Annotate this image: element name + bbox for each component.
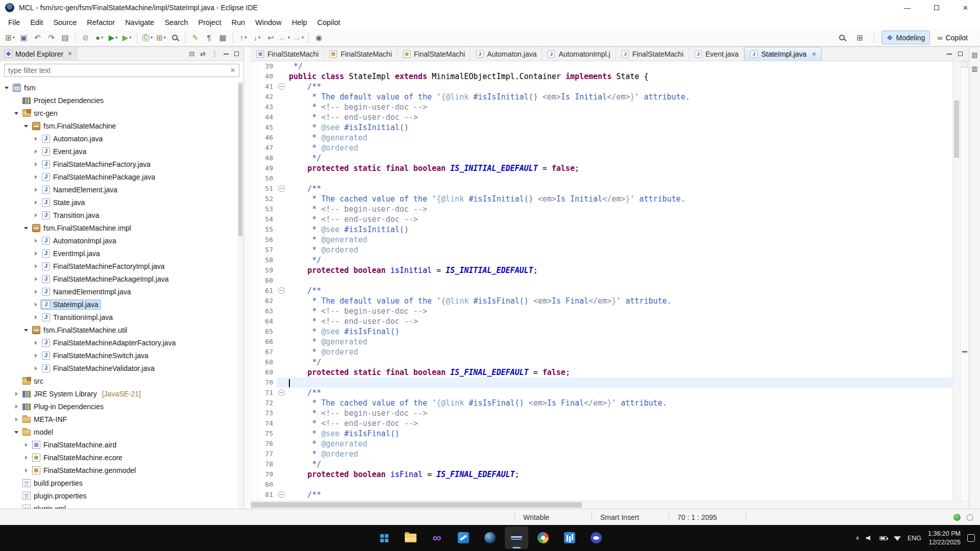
horizontal-scrollbar-thumb[interactable]	[251, 502, 582, 508]
search-button[interactable]	[835, 31, 849, 44]
minimize-editor-icon[interactable]	[947, 54, 952, 55]
tree-item-automatonimpl-java[interactable]: AutomatonImpl.java	[0, 234, 243, 247]
code-line[interactable]: 44 * <!-- end-user-doc -->	[258, 112, 952, 122]
code-line[interactable]: 81− /**	[258, 490, 952, 500]
taskbar-app-globe[interactable]	[478, 527, 502, 549]
collapse-arrow-icon[interactable]	[3, 84, 11, 92]
tree-item-fsm[interactable]: fsm	[0, 81, 243, 94]
maximize-view-icon[interactable]	[234, 52, 239, 56]
editor-tab-event-java-6[interactable]: Event.java	[689, 47, 744, 61]
collapse-arrow-icon[interactable]	[22, 224, 31, 232]
close-button[interactable]: ✕	[951, 0, 980, 15]
tree-item-state-java[interactable]: State.java	[0, 196, 243, 209]
tree-item-automaton-java[interactable]: Automaton.java	[0, 132, 243, 145]
back-button[interactable]: ←▾	[278, 31, 291, 44]
open-search-button[interactable]	[168, 31, 182, 44]
code-line[interactable]: 47 * @ordered	[258, 143, 952, 153]
pin-editor-button[interactable]: ◉	[312, 31, 326, 44]
previous-annotation-button[interactable]: ↑▾	[236, 31, 250, 44]
volume-icon[interactable]	[866, 535, 873, 541]
menu-source[interactable]: Source	[48, 17, 82, 28]
fold-collapse-icon[interactable]: −	[278, 389, 285, 396]
show-whitespace-button[interactable]: ¶	[202, 31, 216, 44]
expand-arrow-icon[interactable]	[32, 211, 40, 219]
code-line[interactable]: 60	[258, 276, 952, 286]
taskbar-app-visual-studio[interactable]: ∞	[425, 527, 449, 549]
perspective-copilot[interactable]: ∞Copilot	[932, 31, 973, 44]
language-indicator[interactable]: ENG	[908, 535, 921, 542]
menu-window[interactable]: Window	[250, 17, 287, 28]
tree-item-finalstatemachineswitch-java[interactable]: FinalStateMachineSwitch.java	[0, 349, 243, 362]
code-line[interactable]: 49 protected static final boolean IS_INI…	[258, 163, 952, 173]
menu-file[interactable]: File	[3, 17, 25, 28]
new-button[interactable]: ⊞▾	[3, 31, 17, 44]
expand-arrow-icon[interactable]	[32, 186, 40, 194]
menu-navigate[interactable]: Navigate	[120, 17, 159, 28]
tree-item-src[interactable]: src	[0, 374, 243, 387]
tree-item-stateimpl-java[interactable]: StateImpl.java	[0, 298, 243, 311]
mark-occurrences-button[interactable]: ✎	[188, 31, 202, 44]
code-line[interactable]: 70	[258, 378, 952, 388]
expand-arrow-icon[interactable]	[32, 352, 40, 360]
expand-arrow-icon[interactable]	[22, 466, 31, 474]
expand-arrow-icon[interactable]	[32, 288, 40, 296]
expand-arrow-icon[interactable]	[32, 275, 40, 283]
close-icon[interactable]: ✕	[67, 51, 72, 57]
tree-item-project-dependencies[interactable]: Project Dependencies	[0, 94, 243, 107]
expand-arrow-icon[interactable]	[32, 160, 40, 168]
editor-tab-finalstatemachi-1[interactable]: FinalStateMachi	[324, 47, 397, 61]
maximize-editor-icon[interactable]	[958, 52, 963, 56]
editor-tab-finalstatemachi-2[interactable]: FinalStateMachi	[398, 47, 471, 61]
tree-item-namedelement-java[interactable]: NamedElement.java	[0, 183, 243, 196]
clear-filter-icon[interactable]: ✕	[230, 67, 235, 74]
code-line[interactable]: 74 * <!-- end-user-doc -->	[258, 418, 952, 429]
tree-item-finalstatemachine-genmodel[interactable]: FinalStateMachine.genmodel	[0, 464, 243, 477]
tree-item-finalstatemachine-ecore[interactable]: FinalStateMachine.ecore	[0, 451, 243, 464]
code-line[interactable]: 63 * <!-- begin-user-doc -->	[258, 306, 952, 316]
code-line[interactable]: 51− /**	[258, 184, 952, 194]
code-line[interactable]: 76 * @generated	[258, 439, 952, 449]
tree-item-finalstatemachinepackageimpl-java[interactable]: FinalStateMachinePackageImpl.java	[0, 272, 243, 285]
wifi-icon[interactable]	[894, 535, 901, 541]
tree-item-fsm-finalstatemachine-util[interactable]: fsm.FinalStateMachine.util	[0, 323, 243, 336]
tree-item-namedelementimpl-java[interactable]: NamedElementImpl.java	[0, 285, 243, 298]
code-line[interactable]: 66 * @generated	[258, 337, 952, 347]
link-with-editor-icon[interactable]: ⇄	[200, 50, 206, 58]
fold-collapse-icon[interactable]: −	[278, 83, 285, 90]
fold-collapse-icon[interactable]: −	[278, 287, 285, 294]
tree-item-build-properties[interactable]: build.properties	[0, 477, 243, 489]
undo-button[interactable]: ↶	[31, 31, 44, 44]
close-icon[interactable]: ✕	[812, 51, 816, 58]
code-area[interactable]: 39 */40public class StateImpl extends Mi…	[258, 61, 952, 500]
editor-tab-automaton-java-3[interactable]: Automaton.java	[471, 47, 542, 61]
tree-scrollbar[interactable]	[237, 80, 243, 509]
editor-tab-finalstatemachi-5[interactable]: FinalStateMachi	[616, 47, 689, 61]
expand-arrow-icon[interactable]	[32, 147, 40, 156]
expand-arrow-icon[interactable]	[22, 454, 31, 462]
tree-item-plugin-xml[interactable]: plugin.xml	[0, 502, 243, 509]
outline-view-icon[interactable]: ▥	[971, 65, 977, 72]
menu-copilot[interactable]: Copilot	[312, 17, 345, 28]
taskbar-app-start[interactable]	[372, 527, 396, 549]
taskbar-app-eclipse[interactable]	[505, 527, 528, 549]
annotation-ruler[interactable]	[250, 61, 258, 500]
overview-ruler[interactable]	[960, 61, 969, 500]
tree-item-finalstatemachinevalidator-java[interactable]: FinalStateMachineValidator.java	[0, 362, 243, 374]
open-console-button[interactable]: ▤	[58, 31, 72, 44]
code-line[interactable]: 56 * @generated	[258, 235, 952, 245]
restore-view-icon[interactable]: ▤	[971, 51, 977, 59]
taskbar-app-vscode[interactable]	[452, 527, 475, 549]
editor-tab-automatonimpl-j-4[interactable]: AutomatonImpl.j	[542, 47, 616, 61]
code-line[interactable]: 43 * <!-- begin-user-doc -->	[258, 102, 952, 112]
forward-button[interactable]: →▾	[291, 31, 305, 44]
tree-item-model[interactable]: model	[0, 425, 243, 438]
expand-arrow-icon[interactable]	[32, 339, 40, 347]
code-line[interactable]: 59 protected boolean isInitial = IS_INIT…	[258, 265, 952, 276]
taskbar-app-file-explorer[interactable]	[399, 527, 422, 549]
code-line[interactable]: 80	[258, 480, 952, 490]
expand-arrow-icon[interactable]	[13, 415, 21, 423]
tab-model-explorer[interactable]: Model Explorer ✕	[0, 47, 77, 61]
code-line[interactable]: 79 protected boolean isFinal = IS_FINAL_…	[258, 469, 952, 480]
battery-icon[interactable]	[879, 536, 887, 540]
run-button[interactable]: ▶▾	[106, 31, 120, 44]
